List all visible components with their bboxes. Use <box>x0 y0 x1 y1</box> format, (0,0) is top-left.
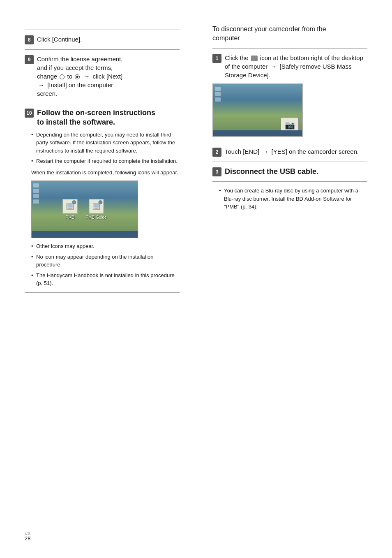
screenshot-small-icon-4 <box>33 199 39 204</box>
step-r3-text: Disconnect the USB cable. <box>225 167 318 176</box>
pmb-icon: PMB <box>62 199 77 220</box>
screenshot-small-icon-1 <box>33 183 39 188</box>
step-9-num: 9 <box>25 55 34 64</box>
pmb-guide-label: PMB Guide <box>85 215 106 220</box>
pmb-guide-icon-image <box>89 199 104 214</box>
step-r3-num: 3 <box>212 167 221 176</box>
screenshot-left-icons <box>33 183 39 204</box>
divider-r3-top <box>212 162 367 162</box>
svg-rect-5 <box>95 208 98 208</box>
step-10-text: Follow the on-screen instructionsto inst… <box>37 108 155 127</box>
right-screenshot-icons-left <box>215 87 221 102</box>
pmb-icon-image <box>62 199 77 214</box>
screenshot-desktop-bg: PMB PMB Guide <box>32 181 138 238</box>
pmb-guide-icon: PMB Guide <box>85 199 106 220</box>
step-r2-header: 2 Touch [END] → [YES] on the camcorder s… <box>212 147 367 157</box>
step-8-num: 8 <box>25 35 34 44</box>
svg-rect-4 <box>94 204 99 207</box>
divider-r2-top <box>212 142 367 142</box>
step-10-bullets-bottom: Other icons may appear. No icon may appe… <box>31 242 180 287</box>
svg-rect-1 <box>67 204 72 207</box>
divider-top-8 <box>25 30 180 30</box>
right-bottom-bullets: You can create a Blu-ray disc by using a… <box>219 187 367 211</box>
step-8-block: 8 Click [Continue]. <box>25 35 180 44</box>
step-10-bullets-top: Depending on the computer, you may need … <box>31 131 180 165</box>
divider-top-9 <box>25 49 180 50</box>
arrow-right-icon-2: → <box>38 81 44 89</box>
step-10-header: 10 Follow the on-screen instructionsto i… <box>25 108 180 127</box>
step-9-text: Confirm the license agreement, and if yo… <box>37 55 122 98</box>
screenshot-pmb: PMB PMB Guide <box>31 181 138 238</box>
step-r2-block: 2 Touch [END] → [YES] on the camcorder s… <box>212 147 367 157</box>
bullet-item-no-icon: No icon may appear depending on the inst… <box>31 253 180 269</box>
right-screenshot-taskbar <box>213 130 302 136</box>
step-r1-header: 1 Click the icon at the bottom right of … <box>212 53 367 79</box>
arrow-right-icon: → <box>83 72 90 81</box>
step-8-header: 8 Click [Continue]. <box>25 35 180 44</box>
divider-r3-bottom <box>212 181 367 182</box>
step-10-block: 10 Follow the on-screen instructionsto i… <box>25 108 180 287</box>
screenshot-small-icon-3 <box>33 194 39 198</box>
locale-label: US <box>25 531 30 535</box>
step-r1-block: 1 Click the icon at the bottom right of … <box>212 53 367 137</box>
section-title: To disconnect your camcorder from the co… <box>212 25 367 43</box>
divider-top-10 <box>25 103 180 103</box>
step-10-num: 10 <box>25 109 34 118</box>
step-r3-header: 3 Disconnect the USB cable. <box>212 167 367 176</box>
step-r2-num: 2 <box>212 148 221 157</box>
install-complete-text: When the installation is completed, foll… <box>31 169 180 177</box>
page-number: US 28 <box>25 531 30 542</box>
camcorder-corner-icon: 📷 <box>285 120 295 130</box>
right-small-icon-3 <box>215 97 221 102</box>
step-9-header: 9 Confirm the license agreement, and if … <box>25 55 180 98</box>
pmb-icon-svg <box>66 202 74 211</box>
step-r1-num: 1 <box>212 54 221 63</box>
screenshot-taskbar <box>32 231 138 238</box>
bullet-item-other-icons: Other icons may appear. <box>31 242 180 250</box>
right-small-icon-1 <box>215 87 221 91</box>
page-num-text: 28 <box>25 535 30 542</box>
step-r3-block: 3 Disconnect the USB cable. <box>212 167 367 176</box>
two-column-layout: 8 Click [Continue]. 9 Confirm the licens… <box>25 25 367 533</box>
step-8-text: Click [Continue]. <box>37 35 82 44</box>
page-container: 8 Click [Continue]. 9 Confirm the licens… <box>0 0 392 558</box>
radio-empty-icon <box>60 74 65 79</box>
arrow-r1: → <box>270 62 277 71</box>
right-column: To disconnect your camcorder from the co… <box>196 25 367 533</box>
pmb-guide-icon-svg <box>92 202 100 211</box>
bullet-bluray: You can create a Blu-ray disc by using a… <box>219 187 367 211</box>
usb-icon <box>251 56 258 61</box>
left-column: 8 Click [Continue]. 9 Confirm the licens… <box>25 25 196 533</box>
section-title-line2: computer <box>212 35 240 42</box>
bullet-item: Depending on the computer, you may need … <box>31 131 180 155</box>
screenshot-small-icon-2 <box>33 189 39 193</box>
step-r1-text: Click the icon at the bottom right of th… <box>225 53 367 79</box>
divider-r1-top <box>212 48 367 49</box>
step-r2-text: Touch [END] → [YES] on the camcorder scr… <box>225 147 359 156</box>
arrow-r2: → <box>262 147 268 156</box>
step-9-block: 9 Confirm the license agreement, and if … <box>25 55 180 98</box>
svg-rect-2 <box>68 208 71 208</box>
radio-filled-icon <box>75 74 80 79</box>
bullet-item-handbook: The Handycam Handbook is not installed i… <box>31 271 180 287</box>
bullet-item-restart: Restart the computer if required to comp… <box>31 157 180 165</box>
right-small-icon-2 <box>215 92 221 96</box>
pmb-label: PMB <box>66 215 75 220</box>
divider-bottom-left <box>25 292 180 293</box>
section-title-line1: To disconnect your camcorder from the <box>212 25 326 32</box>
screenshot-right-disconnect: 📷 <box>212 83 303 137</box>
pmb-icons-container: PMB PMB Guide <box>62 199 106 220</box>
